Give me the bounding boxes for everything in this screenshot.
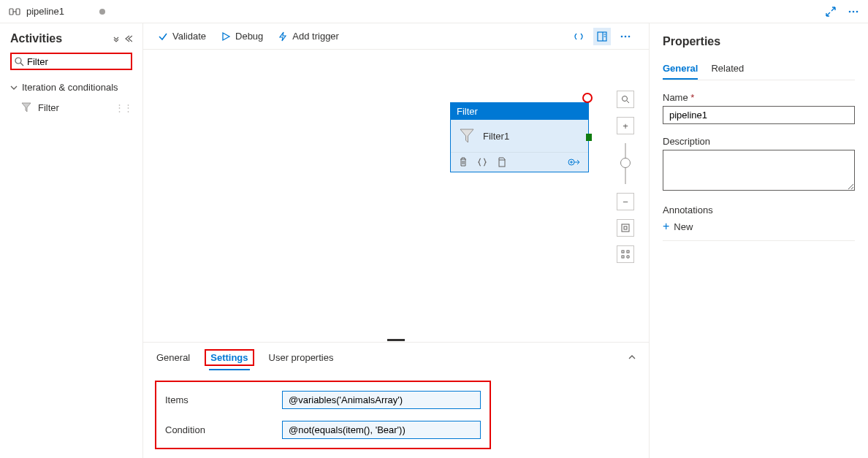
svg-point-20	[623, 96, 628, 102]
zoom-slider[interactable]	[625, 143, 626, 184]
svg-rect-22	[622, 224, 629, 232]
zoom-in-button[interactable]: +	[617, 117, 634, 134]
svg-rect-15	[499, 160, 505, 167]
annotations-label: Annotations	[663, 205, 855, 215]
pipeline-canvas[interactable]: Filter Filter1 +	[143, 50, 649, 337]
validate-button[interactable]: Validate	[158, 31, 206, 42]
condition-input[interactable]	[282, 421, 481, 439]
tab-general[interactable]: General	[155, 346, 191, 369]
properties-tab-related[interactable]: Related	[711, 58, 744, 80]
svg-rect-24	[622, 251, 624, 253]
activity-item-filter[interactable]: Filter ⋮⋮	[0, 97, 142, 118]
add-output-icon[interactable]	[568, 157, 581, 167]
check-icon	[158, 31, 168, 42]
more-icon[interactable]	[848, 6, 859, 18]
activity-group-iteration[interactable]: Iteration & conditionals	[0, 77, 142, 97]
condition-label: Condition	[165, 424, 282, 435]
description-label: Description	[663, 136, 855, 147]
svg-point-12	[621, 35, 623, 37]
svg-point-4	[853, 10, 855, 12]
name-label: Name	[663, 92, 688, 103]
node-name: Filter1	[483, 131, 509, 142]
chevron-down-icon	[10, 84, 18, 91]
unsaved-indicator-icon	[99, 9, 105, 15]
svg-line-7	[20, 63, 23, 66]
collapse-groups-icon[interactable]	[112, 34, 121, 43]
trigger-icon	[278, 31, 288, 42]
new-annotation-button[interactable]: + New	[663, 220, 855, 233]
tab-settings[interactable]: Settings	[209, 346, 249, 370]
node-type-label: Filter	[451, 103, 588, 120]
svg-point-3	[849, 10, 851, 12]
activities-search-input[interactable]	[27, 56, 52, 67]
pipeline-toolbar: Validate Debug Add trigger	[143, 23, 649, 50]
code-view-button[interactable]	[570, 28, 587, 45]
play-icon	[221, 31, 231, 42]
activities-sidebar: Activities Iteration & conditionals	[0, 23, 143, 458]
drag-handle-icon: ⋮⋮	[115, 102, 132, 113]
validation-warning-icon	[582, 93, 593, 103]
pipeline-icon	[9, 6, 20, 18]
filter-activity-node[interactable]: Filter Filter1	[450, 102, 589, 172]
canvas-controls: + −	[617, 91, 634, 272]
filter-icon	[458, 127, 476, 145]
activities-heading: Activities	[10, 32, 112, 45]
activities-search[interactable]	[10, 53, 132, 70]
tab-title[interactable]: pipeline1	[26, 6, 64, 17]
expand-icon[interactable]	[826, 7, 836, 17]
activity-item-label: Filter	[38, 102, 59, 113]
activity-details-panel: General Settings User properties Items C…	[143, 342, 649, 458]
properties-tab-general[interactable]: General	[663, 58, 698, 80]
copy-icon[interactable]	[496, 157, 506, 167]
collapse-sidebar-icon[interactable]	[125, 34, 132, 43]
svg-rect-26	[622, 256, 624, 258]
pipeline-name-input[interactable]	[663, 106, 855, 124]
add-trigger-button[interactable]: Add trigger	[278, 31, 339, 42]
svg-rect-23	[624, 226, 627, 229]
editor-tab-bar: pipeline1	[0, 0, 868, 23]
items-label: Items	[165, 394, 282, 405]
required-indicator: *	[690, 92, 694, 103]
output-port[interactable]	[586, 134, 592, 141]
toolbar-more-icon[interactable]	[617, 28, 634, 45]
filter-icon	[20, 102, 32, 113]
items-input[interactable]	[282, 391, 481, 409]
properties-toggle-button[interactable]	[593, 28, 611, 45]
svg-point-5	[856, 10, 859, 12]
search-icon	[15, 57, 24, 66]
svg-rect-25	[627, 251, 629, 253]
zoom-thumb[interactable]	[620, 158, 631, 168]
svg-point-13	[625, 35, 627, 37]
delete-icon[interactable]	[458, 157, 468, 167]
auto-layout-button[interactable]	[617, 245, 634, 263]
debug-button[interactable]: Debug	[221, 31, 263, 42]
zoom-out-button[interactable]: −	[617, 193, 634, 210]
svg-line-21	[627, 101, 629, 103]
svg-rect-1	[16, 9, 20, 15]
collapse-panel-icon[interactable]	[627, 352, 637, 362]
properties-heading: Properties	[663, 35, 855, 48]
plus-icon: +	[663, 220, 669, 233]
activity-group-label: Iteration & conditionals	[22, 82, 118, 93]
svg-rect-0	[9, 9, 13, 15]
canvas-search-button[interactable]	[617, 91, 634, 108]
properties-panel: Properties General Related Name * Descri…	[649, 23, 868, 458]
description-textarea[interactable]	[663, 150, 855, 191]
svg-point-14	[628, 35, 631, 37]
braces-icon[interactable]	[477, 157, 487, 167]
tab-user-properties[interactable]: User properties	[267, 346, 335, 369]
fit-screen-button[interactable]	[617, 219, 634, 237]
svg-point-6	[15, 58, 21, 64]
